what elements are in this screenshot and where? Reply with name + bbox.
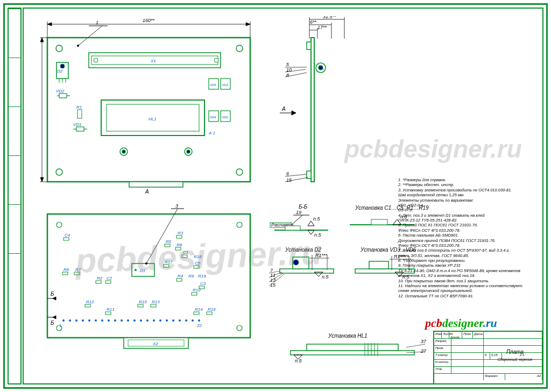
svg-rect-221: [291, 351, 414, 355]
svg-text:D1: D1: [140, 268, 145, 273]
svg-text:22: 22: [196, 323, 202, 328]
svg-rect-124: [176, 279, 182, 281]
svg-point-11: [56, 45, 62, 52]
svg-point-149: [62, 319, 65, 322]
svg-point-18: [187, 150, 190, 153]
svg-point-25: [60, 64, 65, 68]
svg-text:Установка HL1: Установка HL1: [328, 333, 368, 339]
svg-text:VD1: VD1: [73, 122, 82, 127]
svg-point-92: [237, 325, 242, 331]
svg-text:C5: C5: [195, 261, 201, 266]
svg-rect-140: [194, 312, 199, 315]
svg-text:Б-Б: Б-Б: [299, 204, 308, 210]
svg-rect-107: [175, 247, 181, 250]
svg-rect-103: [176, 236, 182, 238]
svg-text:D2: D2: [57, 69, 63, 74]
svg-point-97: [145, 262, 147, 265]
svg-point-72: [319, 66, 323, 70]
svg-text:6: 6: [286, 171, 289, 176]
svg-text:R5: R5: [166, 239, 172, 244]
svg-text:15: 15: [286, 177, 292, 183]
svg-rect-109: [182, 255, 187, 258]
svg-rect-142: [207, 312, 212, 315]
svg-point-161: [140, 319, 142, 322]
site-url: pcbdesigner.ru: [425, 316, 497, 330]
svg-point-151: [75, 319, 77, 322]
svg-point-12: [236, 45, 243, 52]
svg-text:R12: R12: [86, 300, 94, 304]
svg-text:C1: C1: [183, 250, 188, 255]
svg-marker-146: [53, 316, 56, 319]
svg-marker-144: [53, 297, 56, 300]
svg-text:31.5**: 31.5**: [323, 16, 336, 19]
svg-rect-69: [307, 42, 311, 49]
svg-marker-186: [308, 221, 314, 226]
svg-text:HL1: HL1: [149, 117, 157, 122]
svg-rect-194: [280, 269, 334, 273]
svg-rect-31: [59, 94, 67, 98]
svg-rect-136: [151, 304, 156, 307]
svg-text:R2: R2: [97, 276, 103, 281]
svg-text:Б: Б: [51, 320, 54, 326]
svg-text:110**: 110**: [38, 101, 39, 113]
svg-line-96: [146, 209, 178, 263]
svg-text:C2: C2: [107, 276, 112, 281]
svg-rect-68: [311, 38, 314, 182]
svg-marker-187: [308, 230, 314, 234]
svg-point-160: [133, 319, 136, 322]
svg-text:R1: R1: [76, 105, 82, 110]
svg-text:R16: R16: [208, 307, 216, 312]
svg-rect-36: [76, 127, 84, 131]
svg-text:160**: 160**: [143, 18, 155, 23]
technical-notes: 1. *Размеры для справок. 2. **Размеры об…: [398, 177, 538, 298]
svg-rect-101: [63, 238, 69, 240]
svg-point-159: [127, 319, 129, 322]
svg-rect-132: [85, 304, 90, 307]
svg-text:C3: C3: [200, 281, 206, 286]
svg-marker-55: [40, 177, 44, 182]
svg-text:VD2: VD2: [56, 89, 65, 94]
svg-text:R4: R4: [178, 274, 183, 279]
svg-point-7: [77, 45, 79, 47]
svg-marker-86: [292, 111, 296, 115]
svg-point-157: [114, 319, 116, 322]
svg-text:15: 15: [270, 282, 276, 288]
svg-text:X2: X2: [152, 341, 158, 346]
binding-column: [8, 8, 22, 384]
svg-point-169: [192, 319, 194, 322]
front-view: 160** 1 X1 D2 VD2 R1: [38, 16, 264, 194]
svg-rect-134: [138, 304, 143, 307]
svg-point-156: [108, 319, 110, 322]
svg-point-196: [293, 260, 299, 265]
svg-point-22: [214, 58, 218, 62]
svg-text:п.5: п.5: [313, 216, 321, 222]
svg-point-21: [94, 58, 98, 62]
svg-rect-190: [371, 219, 387, 225]
svg-marker-4: [246, 23, 250, 26]
svg-point-166: [172, 319, 174, 322]
svg-text:R9: R9: [188, 274, 194, 279]
svg-point-94: [135, 269, 137, 271]
svg-point-164: [159, 319, 161, 322]
svg-text:А 1: А 1: [208, 131, 215, 136]
svg-point-155: [101, 319, 103, 322]
svg-rect-114: [164, 265, 169, 267]
svg-text:27: 27: [420, 348, 427, 354]
svg-point-162: [146, 319, 149, 322]
drawing-title: Плата: [489, 349, 541, 355]
svg-point-17: [122, 150, 125, 153]
svg-text:п.5: п.5: [314, 232, 322, 238]
svg-text:R6: R6: [63, 267, 69, 272]
side-view: 31.5** 6** 17** 5 10 8 6 15 А: [280, 16, 371, 188]
back-view: D1 3 C4 R3 R5 R8 C1 R18 C5 R17 R6 R7 R2 …: [38, 204, 264, 355]
svg-text:R7: R7: [75, 267, 81, 272]
svg-rect-120: [96, 281, 101, 283]
svg-text:Б: Б: [51, 291, 54, 297]
svg-marker-3: [47, 23, 52, 26]
svg-text:R18: R18: [194, 254, 202, 259]
svg-text:19: 19: [296, 210, 301, 215]
svg-rect-105: [165, 244, 170, 247]
svg-text:37: 37: [421, 339, 427, 344]
svg-rect-118: [74, 272, 80, 275]
svg-point-170: [198, 319, 200, 322]
